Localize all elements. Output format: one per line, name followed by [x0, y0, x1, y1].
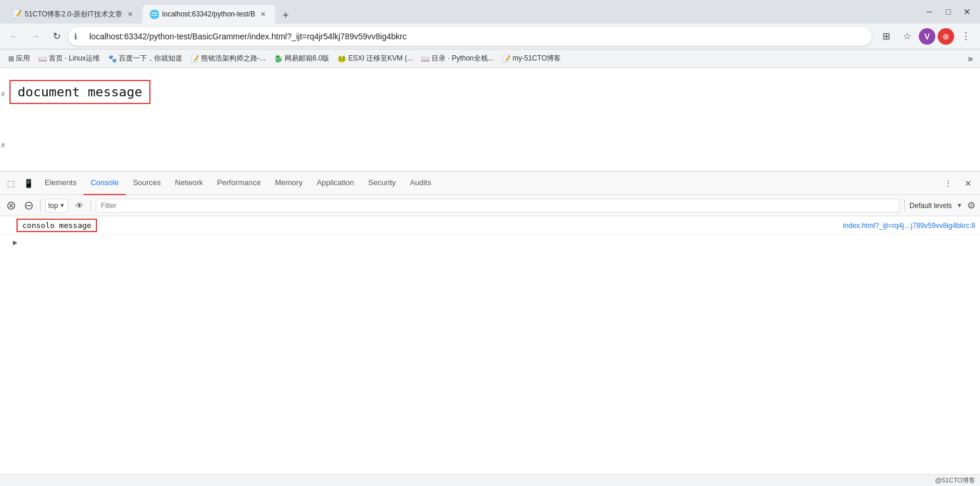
- tab-1[interactable]: 📝 51CTO博客2.0-原创IT技术文章 ✕: [5, 5, 142, 24]
- bookmark-apps[interactable]: ⊞ 应用: [5, 52, 34, 65]
- bookmark-esxi-icon: 🐸: [337, 55, 346, 63]
- bookmark-163-label: 网易邮箱6.0版: [285, 53, 330, 63]
- tab-memory[interactable]: Memory: [268, 172, 310, 195]
- tab-elements[interactable]: Elements: [38, 172, 83, 195]
- tab-2-favicon: 🌐: [149, 9, 159, 19]
- left-sidebar: # #: [0, 68, 6, 171]
- warning-icon[interactable]: ⊗: [938, 28, 954, 45]
- bookmark-baidu-label: 百度一下，你就知道: [119, 53, 182, 63]
- tab-elements-label: Elements: [45, 178, 76, 187]
- bookmark-esxi[interactable]: 🐸 ESXI 迁移至KVM (...: [334, 52, 416, 65]
- forward-button[interactable]: →: [26, 27, 45, 46]
- devtools-close-button[interactable]: ✕: [960, 175, 976, 192]
- tab-2[interactable]: 🌐 localhost:63342/python-test/B ✕: [142, 5, 275, 24]
- bookmark-xiong-icon: 📝: [190, 55, 199, 63]
- devtools-inspect-icon[interactable]: ⬚: [2, 175, 19, 192]
- bookmarks-bar: ⊞ 应用 📖 首页 · Linux运维 🐾 百度一下，你就知道 📝 熊铭浩架构师…: [0, 49, 980, 68]
- console-expand-row[interactable]: ▶: [0, 235, 980, 249]
- bookmark-linux-icon: 📖: [38, 55, 47, 63]
- refresh-button[interactable]: ↻: [47, 27, 66, 46]
- console-output: consolo message index.html?_ijt=rq4j…j78…: [0, 216, 980, 474]
- maximize-button[interactable]: □: [940, 4, 956, 20]
- console-context-selector[interactable]: top ▼: [45, 199, 68, 213]
- hash-indicator-2: #: [1, 142, 5, 149]
- bookmark-python-icon: 📖: [421, 55, 430, 63]
- devtools-panel: ⬚ 📱 Elements Console Sources Network Per…: [0, 171, 980, 474]
- tab-performance[interactable]: Performance: [210, 172, 267, 195]
- status-text: @51CTO博客: [935, 476, 975, 485]
- tab-application[interactable]: Application: [310, 172, 362, 195]
- bookmark-cto[interactable]: 📝 my-51CTO博客: [499, 52, 564, 65]
- bookmark-baidu-icon: 🐾: [108, 55, 117, 63]
- console-divider-2: [91, 200, 91, 212]
- new-tab-button[interactable]: +: [277, 7, 294, 24]
- toolbar: ← → ↻ ℹ ⊞ ☆ V ⊗ ⋮: [0, 24, 980, 49]
- tab-1-close[interactable]: ✕: [126, 9, 135, 19]
- status-bar: @51CTO博客: [0, 474, 980, 486]
- bookmark-xiong-label: 熊铭浩架构师之路-...: [201, 53, 266, 63]
- console-divider-1: [40, 200, 41, 212]
- minimize-button[interactable]: ─: [921, 4, 938, 20]
- main-content: # # document message ⬚ 📱 Elements Consol…: [0, 68, 980, 474]
- context-label: top: [48, 202, 58, 210]
- console-divider-3: [904, 200, 905, 212]
- address-bar[interactable]: [68, 27, 872, 46]
- tab-audits-label: Audits: [410, 178, 431, 187]
- bookmark-163-icon: 🐉: [274, 55, 283, 63]
- tab-performance-label: Performance: [217, 178, 260, 187]
- tab-2-close[interactable]: ✕: [259, 9, 268, 19]
- bookmarks-more[interactable]: »: [965, 52, 975, 65]
- address-wrapper: ℹ: [68, 27, 872, 46]
- console-toolbar: top ▼ 👁 Default levels ▼ ⚙: [0, 195, 980, 216]
- console-gear-icon[interactable]: ⚙: [967, 200, 975, 211]
- bookmark-esxi-label: ESXI 迁移至KVM (...: [348, 53, 413, 63]
- page-content: # # document message: [0, 68, 980, 171]
- console-block-icon[interactable]: [22, 199, 35, 212]
- console-eye-icon[interactable]: 👁: [73, 199, 86, 212]
- console-message-box: consolo message: [16, 219, 97, 232]
- console-levels-arrow: ▼: [956, 202, 962, 209]
- tab-network-label: Network: [175, 178, 203, 187]
- close-button[interactable]: ✕: [959, 4, 975, 20]
- console-row-1: consolo message index.html?_ijt=rq4j…j78…: [0, 216, 980, 235]
- toolbar-right: ⊞ ☆ V ⊗ ⋮: [877, 27, 975, 46]
- bookmark-python[interactable]: 📖 目录 · Python全栈...: [417, 52, 497, 65]
- bookmark-linux-label: 首页 · Linux运维: [49, 53, 100, 63]
- bookmark-baidu[interactable]: 🐾 百度一下，你就知道: [105, 52, 186, 65]
- console-clear-icon[interactable]: [5, 199, 18, 212]
- bookmark-xiong[interactable]: 📝 熊铭浩架构师之路-...: [187, 52, 269, 65]
- tab-console-label: Console: [91, 178, 119, 187]
- tab-application-label: Application: [317, 178, 354, 187]
- bookmark-python-label: 目录 · Python全栈...: [432, 53, 493, 63]
- tab-memory-label: Memory: [275, 178, 303, 187]
- more-button[interactable]: ⋮: [956, 27, 975, 46]
- apps-icon: ⊞: [8, 55, 14, 63]
- profile-icon[interactable]: V: [919, 28, 935, 45]
- bookmark-cto-label: my-51CTO博客: [513, 53, 561, 63]
- tab-sources[interactable]: Sources: [126, 172, 168, 195]
- tab-console[interactable]: Console: [83, 172, 126, 195]
- tab-strip: 📝 51CTO博客2.0-原创IT技术文章 ✕ 🌐 localhost:6334…: [5, 0, 917, 24]
- bookmark-linux[interactable]: 📖 首页 · Linux运维: [35, 52, 103, 65]
- tab-network[interactable]: Network: [168, 172, 210, 195]
- chevron-right-icon: ▶: [13, 239, 18, 246]
- console-source-link[interactable]: index.html?_ijt=rq4j…j789v59vv8ig4bkrc:8: [843, 222, 975, 230]
- star-icon[interactable]: ☆: [898, 27, 917, 46]
- back-button[interactable]: ←: [5, 27, 24, 46]
- devtools-tabs-right: ⋮ ✕: [940, 175, 978, 192]
- bookmark-163[interactable]: 🐉 网易邮箱6.0版: [270, 52, 333, 65]
- tab-audits[interactable]: Audits: [403, 172, 438, 195]
- title-bar: 📝 51CTO博客2.0-原创IT技术文章 ✕ 🌐 localhost:6334…: [0, 0, 980, 24]
- window-controls: ─ □ ✕: [921, 4, 975, 20]
- translate-icon[interactable]: ⊞: [877, 27, 895, 46]
- hash-indicator-1: #: [1, 91, 5, 98]
- console-levels-label[interactable]: Default levels: [909, 202, 952, 210]
- tab-1-favicon: 📝: [12, 9, 21, 19]
- tab-security[interactable]: Security: [361, 172, 403, 195]
- devtools-device-icon[interactable]: 📱: [20, 175, 36, 192]
- bookmark-cto-icon: 📝: [502, 55, 511, 63]
- context-arrow-icon: ▼: [59, 202, 65, 209]
- devtools-more-button[interactable]: ⋮: [940, 175, 956, 192]
- console-filter-input[interactable]: [96, 199, 899, 213]
- document-message-box: document message: [9, 80, 150, 104]
